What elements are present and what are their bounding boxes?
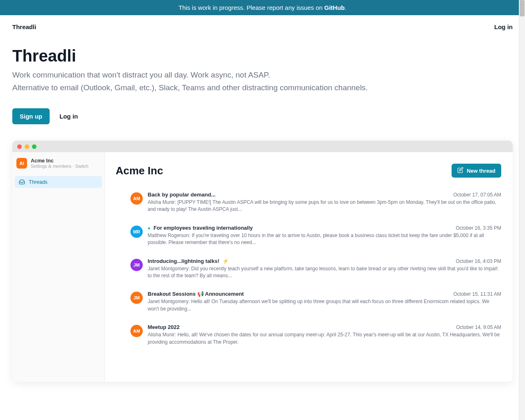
thread-title-text: For employees traveling internationally [153,225,253,231]
nav-login-link[interactable]: Log in [494,23,513,30]
thread-author: Janet Montgomery: [148,299,190,304]
sidebar-item-threads[interactable]: Threads [15,176,102,188]
sidebar-nav: Threads [12,174,105,189]
hero-title: Threadli [12,47,513,65]
avatar: AM [130,192,143,205]
thread-body: ● For employees traveling internationall… [148,225,501,247]
thread-author: Alisha Munir: [148,199,176,205]
thread-title-text: Back by popular demand... [148,192,215,198]
thread-preview: Alisha Munir: Hello, all! We've chosen t… [148,331,501,346]
thread-date: October 16, 4:03 PM [456,258,501,264]
thread-title: Breakout Sessions 📢 Announcement [148,291,244,297]
thread-row[interactable]: AMBack by popular demand...October 17, 0… [130,192,501,213]
app-body: AI Acme Inc Settings & members · Switch … [12,152,513,382]
thread-preview-text: [PUPPY TIME!] The Austin ASPCA will be b… [148,199,496,212]
thread-preview: Alisha Munir: [PUPPY TIME!] The Austin A… [148,199,501,213]
avatar: JM [130,259,143,271]
thread-body: Introducing...lightning talks! ⚡October … [148,258,501,280]
thread-date: October 14, 9:05 AM [456,324,501,330]
thread-title-text: Breakout Sessions 📢 Announcement [148,291,244,297]
thread-header: ● For employees traveling internationall… [148,225,501,231]
main-header: Acme Inc New thread [116,164,501,178]
window-minimize-icon [25,144,29,149]
thread-author: Alisha Munir: [148,332,176,338]
thread-body: Meetup 2022October 14, 9:05 AMAlisha Mun… [148,324,501,346]
thread-title: Back by popular demand... [148,192,215,198]
main-title: Acme Inc [116,164,163,177]
signup-button[interactable]: Sign up [12,108,50,124]
banner-github-link[interactable]: GitHub [324,4,345,11]
thread-author: Janet Montgomery: [148,266,190,272]
avatar: JM [130,292,143,304]
new-thread-button[interactable]: New thread [452,164,501,178]
org-badge-icon: AI [16,158,27,169]
thread-body: Breakout Sessions 📢 AnnouncementOctober … [148,291,501,313]
avatar: AM [130,325,143,337]
thread-row[interactable]: MR● For employees traveling internationa… [130,225,501,247]
thread-list: AMBack by popular demand...October 17, 0… [116,192,501,346]
app-sidebar: AI Acme Inc Settings & members · Switch … [12,152,105,382]
top-nav: Threadli Log in [0,15,525,47]
brand-logo[interactable]: Threadli [12,23,36,30]
thread-date: October 15, 11:31 AM [453,291,501,297]
thread-body: Back by popular demand...October 17, 07:… [148,192,501,213]
bolt-icon: ⚡ [222,258,229,264]
banner-text: This is work in progress. Please report … [178,4,324,11]
thread-preview-text: If you're traveling over 10 hours in the… [148,233,484,245]
avatar: MR [130,226,143,238]
cta-row: Sign up Log in [12,108,513,124]
screenshot-container: AI Acme Inc Settings & members · Switch … [0,141,525,394]
thread-date: October 16, 3:35 PM [456,225,501,231]
hero-tagline-2: Alternative to email (Outlook, Gmail, et… [12,82,513,94]
thread-title-text: Meetup 2022 [148,324,180,330]
thread-title-text: Introducing...lightning talks! [148,258,219,264]
thread-header: Breakout Sessions 📢 AnnouncementOctober … [148,291,501,297]
login-button[interactable]: Log in [59,113,78,120]
thread-row[interactable]: AMMeetup 2022October 14, 9:05 AMAlisha M… [130,324,501,346]
inbox-icon [19,179,25,185]
app-main: Acme Inc New thread AMBack by popular de… [105,152,513,382]
window-titlebar [12,141,513,152]
thread-preview-text: Hello, all! We've chosen the dates for o… [148,332,500,345]
org-name: Acme Inc [31,158,89,164]
app-window: AI Acme Inc Settings & members · Switch … [12,141,513,382]
thread-header: Back by popular demand...October 17, 07:… [148,192,501,198]
unread-dot-icon: ● [148,226,151,231]
thread-row[interactable]: JMBreakout Sessions 📢 AnnouncementOctobe… [130,291,501,313]
thread-preview: Janet Montgomery: Did you recently teach… [148,265,501,280]
window-close-icon [17,144,22,149]
thread-header: Introducing...lightning talks! ⚡October … [148,258,501,264]
edit-icon [457,167,463,174]
window-maximize-icon [32,144,37,149]
hero-section: Threadli Work communication that won't d… [0,47,525,141]
new-thread-label: New thread [467,168,495,174]
org-text: Acme Inc Settings & members · Switch [31,158,89,169]
thread-preview-text: Did you recently teach yourself a new pl… [148,266,498,278]
thread-preview-text: Hello all! On Tuesday afternoon we'll be… [148,299,489,311]
announcement-banner: This is work in progress. Please report … [0,0,525,15]
thread-row[interactable]: JMIntroducing...lightning talks! ⚡Octobe… [130,258,501,280]
thread-title: Meetup 2022 [148,324,180,330]
thread-header: Meetup 2022October 14, 9:05 AM [148,324,501,330]
thread-title: Introducing...lightning talks! ⚡ [148,258,229,264]
thread-title: ● For employees traveling internationall… [148,225,253,231]
banner-suffix: . [345,4,346,11]
thread-author: Matthew Rogerson: [148,233,190,238]
thread-preview: Janet Montgomery: Hello all! On Tuesday … [148,298,501,313]
thread-date: October 17, 07:05 AM [453,192,501,198]
org-subtext: Settings & members · Switch [31,164,89,169]
thread-preview: Matthew Rogerson: If you're traveling ov… [148,232,501,247]
sidebar-item-label: Threads [29,179,48,185]
org-selector[interactable]: AI Acme Inc Settings & members · Switch [12,157,105,174]
hero-tagline-1: Work communication that won't distract y… [12,69,513,81]
